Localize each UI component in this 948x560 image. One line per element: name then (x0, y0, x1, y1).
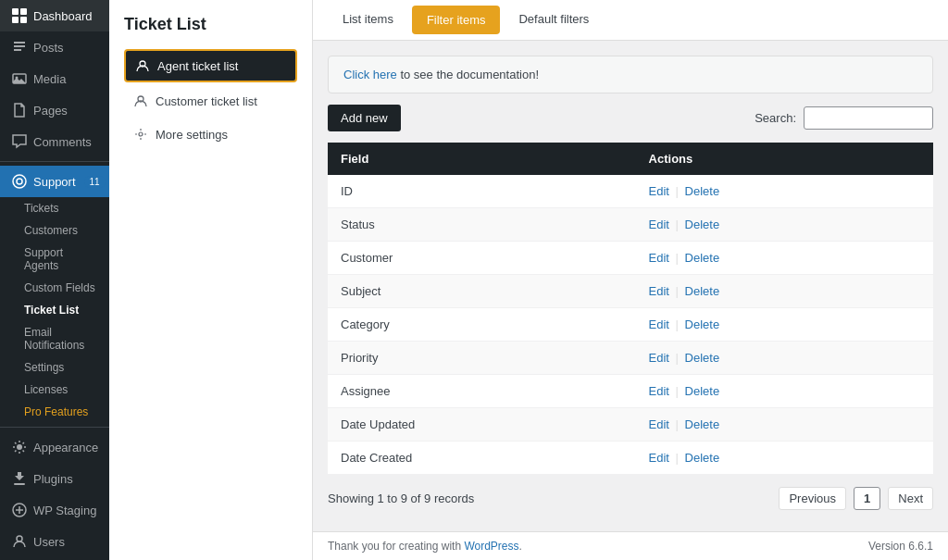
delete-link[interactable]: Delete (685, 384, 720, 398)
footer-bar: Thank you for creating with WordPress. V… (313, 531, 948, 560)
pages-icon (11, 102, 28, 118)
edit-link[interactable]: Edit (649, 351, 669, 365)
col-field: Field (328, 143, 636, 175)
subnav-licenses[interactable]: Licenses (0, 379, 109, 401)
edit-link[interactable]: Edit (649, 218, 669, 231)
nav-wp-staging-label: WP Staging (33, 504, 96, 517)
table-row: ID Edit | Delete (328, 175, 933, 208)
subnav-customers[interactable]: Customers (0, 219, 109, 242)
table-row: Assignee Edit | Delete (328, 375, 933, 408)
more-settings-label: More settings (156, 128, 228, 142)
actions-cell: Edit | Delete (636, 308, 933, 342)
edit-link[interactable]: Edit (649, 451, 669, 465)
svg-point-7 (17, 179, 22, 184)
actions-cell: Edit | Delete (636, 408, 933, 442)
nav-dashboard[interactable]: Dashboard (0, 0, 109, 31)
edit-link[interactable]: Edit (649, 417, 669, 431)
nav-divider-1 (0, 161, 109, 162)
left-navigation: Dashboard Posts Media Pages Comments Sup… (0, 0, 109, 560)
actions-cell: Edit | Delete (636, 208, 933, 242)
action-separator: | (672, 451, 682, 465)
field-cell: Assignee (328, 375, 636, 408)
subnav-settings[interactable]: Settings (0, 356, 109, 379)
nav-pages[interactable]: Pages (0, 94, 109, 126)
panel-item-customer-ticket-list[interactable]: Customer ticket list (124, 86, 297, 116)
panel-item-agent-ticket-list[interactable]: Agent ticket list (124, 49, 297, 82)
action-separator: | (672, 384, 682, 398)
table-row: Customer Edit | Delete (328, 242, 933, 275)
nav-support[interactable]: Support 11 (0, 166, 109, 197)
svg-point-8 (17, 444, 22, 450)
tab-default-filters[interactable]: Default filters (504, 1, 604, 40)
table-row: Date Updated Edit | Delete (328, 408, 933, 442)
wp-staging-icon (11, 502, 28, 518)
delete-link[interactable]: Delete (685, 317, 720, 331)
delete-link[interactable]: Delete (685, 184, 720, 198)
delete-link[interactable]: Delete (685, 417, 720, 431)
table-row: Status Edit | Delete (328, 208, 933, 242)
search-input[interactable] (804, 106, 933, 130)
action-separator: | (672, 184, 682, 198)
subnav-support-agents[interactable]: Support Agents (0, 242, 109, 277)
nav-media[interactable]: Media (0, 63, 109, 94)
edit-link[interactable]: Edit (649, 184, 669, 198)
next-page-button[interactable]: Next (888, 487, 933, 510)
table-row: Category Edit | Delete (328, 308, 933, 342)
field-cell: ID (328, 175, 636, 208)
delete-link[interactable]: Delete (685, 451, 720, 465)
nav-users-label: Users (33, 535, 65, 549)
subnav-email-notifications[interactable]: Email Notifications (0, 321, 109, 356)
svg-point-15 (139, 132, 143, 136)
nav-posts[interactable]: Posts (0, 31, 109, 63)
actions-cell: Edit | Delete (636, 175, 933, 208)
footer-wp-link[interactable]: WordPress (464, 540, 518, 553)
action-separator: | (672, 251, 682, 265)
nav-users[interactable]: Users (0, 526, 109, 557)
nav-appearance[interactable]: Appearance (0, 431, 109, 463)
delete-link[interactable]: Delete (685, 251, 720, 265)
subnav-tickets[interactable]: Tickets (0, 197, 109, 219)
info-box: Click here to see the documentation! (328, 56, 933, 93)
edit-link[interactable]: Edit (649, 384, 669, 398)
main-body: Click here to see the documentation! Add… (313, 41, 948, 531)
action-separator: | (672, 284, 682, 298)
action-separator: | (672, 417, 682, 431)
prev-page-button[interactable]: Previous (779, 487, 846, 510)
pagination: Showing 1 to 9 of 9 records Previous 1 N… (328, 487, 933, 510)
nav-posts-label: Posts (33, 41, 64, 55)
field-cell: Customer (328, 242, 636, 275)
add-new-button[interactable]: Add new (328, 105, 401, 131)
actions-cell: Edit | Delete (636, 375, 933, 408)
info-box-link[interactable]: Click here (343, 68, 397, 81)
field-cell: Priority (328, 342, 636, 375)
delete-link[interactable]: Delete (685, 284, 720, 298)
subnav-ticket-list[interactable]: Ticket List (0, 299, 109, 321)
current-page-button[interactable]: 1 (854, 487, 880, 510)
svg-point-11 (17, 536, 22, 541)
nav-comments[interactable]: Comments (0, 126, 109, 157)
subnav-custom-fields[interactable]: Custom Fields (0, 277, 109, 299)
edit-link[interactable]: Edit (649, 284, 669, 298)
support-submenu: Tickets Customers Support Agents Custom … (0, 197, 109, 423)
edit-link[interactable]: Edit (649, 251, 669, 265)
appearance-icon (11, 439, 28, 455)
subnav-pro-features[interactable]: Pro Features (0, 401, 109, 423)
svg-rect-9 (14, 483, 25, 485)
edit-link[interactable]: Edit (649, 317, 669, 331)
svg-point-6 (13, 175, 26, 188)
tab-filter-items[interactable]: Filter items (412, 6, 501, 34)
table-row: Date Created Edit | Delete (328, 442, 933, 475)
nav-wp-staging[interactable]: WP Staging (0, 494, 109, 526)
tab-list-items[interactable]: List items (328, 1, 408, 40)
action-separator: | (672, 218, 682, 231)
delete-link[interactable]: Delete (685, 351, 720, 365)
delete-link[interactable]: Delete (685, 218, 720, 231)
nav-support-label: Support (33, 175, 76, 189)
info-box-text: to see the documentation! (397, 68, 539, 81)
nav-dashboard-label: Dashboard (33, 9, 93, 23)
actions-cell: Edit | Delete (636, 275, 933, 308)
nav-plugins[interactable]: Plugins (0, 463, 109, 494)
panel-item-more-settings[interactable]: More settings (124, 119, 297, 149)
nav-comments-label: Comments (33, 135, 92, 149)
more-settings-icon (133, 127, 148, 142)
